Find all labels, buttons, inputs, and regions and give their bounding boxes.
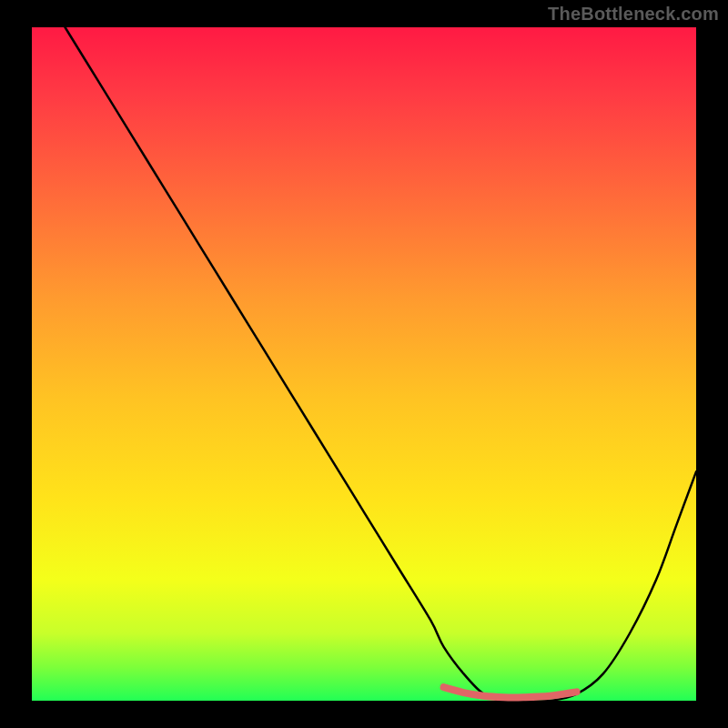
bottleneck-chart	[0, 0, 728, 728]
watermark-text: TheBottleneck.com	[548, 4, 719, 25]
chart-root: TheBottleneck.com	[0, 0, 728, 728]
plot-background	[32, 27, 696, 701]
